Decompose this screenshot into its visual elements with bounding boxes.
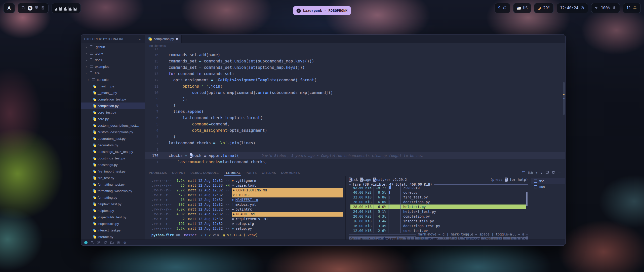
dua-help-hint: (press ? for help)	[490, 177, 528, 182]
gear-icon[interactable]: ⚙	[123, 241, 126, 245]
code-editor[interactable]: 17 """ 16 commands_set.add(name) 15	[145, 48, 565, 169]
python-file-icon	[148, 37, 152, 41]
circle-slash-icon[interactable]	[117, 241, 120, 244]
panel-tab[interactable]: PROBLEMS	[149, 170, 167, 176]
editor-scrollbar[interactable]	[563, 48, 565, 169]
tree-item[interactable]: __main__.py	[81, 89, 145, 96]
tree-item[interactable]: fire_test.py	[81, 175, 145, 181]
panel-tab[interactable]: COMMENTS	[281, 170, 300, 176]
breadcrumb[interactable]: no elements	[145, 43, 565, 48]
tree-item[interactable]: completion.py	[81, 103, 145, 109]
tree-item[interactable]: inspectutils_test.py	[81, 214, 145, 220]
dua-row[interactable]: 16.00 KiB 3.4% inspectutils.py	[350, 219, 526, 224]
panel-more-icon[interactable]: ···	[558, 171, 561, 175]
dua-frame: fire (38 visible, 47 total, 468.00 KiB) …	[349, 184, 528, 234]
tree-item[interactable]: .github	[81, 44, 145, 50]
tab-completion-py[interactable]: completion.py	[145, 35, 182, 43]
folder-icon	[90, 52, 93, 55]
dua-row[interactable]: 32.00 KiB 6.8% fire_test.py	[350, 195, 526, 200]
tree-item[interactable]: decorators.py	[81, 142, 145, 148]
dua-row[interactable]: 28.00 KiB 6.0% helptext.py	[350, 205, 526, 209]
tree-item[interactable]: custom_descriptions_test…	[81, 122, 145, 129]
audio-widget[interactable]: 100%	[591, 3, 620, 13]
sync-icon[interactable]	[104, 241, 107, 244]
tree-item[interactable]: formatting_windows.py	[81, 188, 145, 194]
split-terminal-icon[interactable]	[545, 171, 549, 175]
tree-item[interactable]: docstrings.py	[81, 161, 145, 168]
keyboard-layout-widget[interactable]: US	[513, 3, 531, 13]
terminal-session-item[interactable]: fish	[531, 178, 565, 184]
folder-icon	[90, 46, 93, 48]
notifications-widget[interactable]: 11	[623, 3, 641, 13]
system-monitor-widget[interactable]	[52, 3, 81, 13]
code-line: 15 commands_set = commands_set.union(set…	[145, 58, 565, 64]
tree-item-label: custom_descriptions_test…	[98, 124, 139, 127]
tree-item[interactable]: __init__.py	[81, 83, 145, 89]
code-line: 1 lastcommand_checks=lastcommand_checks,	[145, 159, 565, 165]
document-icon[interactable]	[41, 6, 45, 10]
tree-item[interactable]: interact.py	[81, 233, 145, 240]
modified-dot-icon[interactable]	[176, 38, 178, 40]
clock-widget[interactable]: 12:40:24	[557, 3, 588, 13]
tree-item[interactable]: helptext_test.py	[81, 201, 145, 207]
tree-item[interactable]: examples	[81, 63, 145, 70]
tree-item-label: docs	[95, 58, 102, 62]
dua-scrollbar[interactable]	[526, 192, 528, 206]
search-icon[interactable]	[91, 241, 94, 244]
panel-tab[interactable]: DEBUG CONSOLE	[190, 170, 219, 176]
git-branch-icon[interactable]	[97, 241, 101, 244]
more-actions-icon[interactable]: ···	[137, 37, 142, 41]
dua-row[interactable]: 20.00 KiB 4.3% completion.py	[350, 214, 526, 219]
file-name: setup.py	[235, 226, 252, 231]
tree-item[interactable]: interact_test.py	[81, 227, 145, 233]
dua-row[interactable]: 16.00 KiB 3.4% docstrings_test.py	[350, 224, 526, 228]
tree-item[interactable]: fire	[81, 70, 145, 76]
terminal-profile-label[interactable]: fish	[528, 171, 533, 175]
folder-icon[interactable]	[110, 241, 114, 244]
grid-icon[interactable]	[35, 6, 39, 10]
app-launcher-button[interactable]: A	[3, 3, 15, 13]
panel-tab[interactable]: OUTPUT	[172, 170, 185, 176]
tree-item[interactable]: console	[81, 76, 145, 83]
ghost-icon[interactable]	[21, 6, 25, 10]
tree-item[interactable]: docstrings_test.py	[81, 155, 145, 161]
tree-item[interactable]: core_test.py	[81, 109, 145, 116]
chevron-icon	[86, 71, 88, 75]
panel-tab[interactable]: GITLENS	[262, 170, 276, 176]
python-file-icon	[93, 189, 96, 193]
tree-item[interactable]: docstrings_fuzz_test.py	[81, 148, 145, 155]
panel-tab[interactable]: PORTS	[246, 170, 257, 176]
tab-label: completion.py	[154, 37, 174, 41]
tree-item[interactable]: decorators_test.py	[81, 135, 145, 142]
tree-item[interactable]: fire_import_test.py	[81, 168, 145, 175]
filetype-icon: ◆	[233, 212, 234, 217]
new-terminal-button[interactable]: +	[536, 171, 538, 175]
tree-item[interactable]: .venv	[81, 50, 145, 57]
dua-row[interactable]: 24.00 KiB 5.1% helptext_test.py	[350, 209, 526, 214]
tree-item[interactable]: core.py	[81, 116, 145, 122]
updates-widget[interactable]: 9	[495, 3, 510, 13]
now-playing-widget[interactable]: Lazerpunk - ROBOPHONK	[293, 6, 351, 15]
terminal-dua[interactable]: Disk Usage Analyzer v2.29.2 (press ? for…	[345, 176, 531, 240]
panel-tab[interactable]: TERMINAL	[224, 170, 241, 176]
status-more-icon[interactable]: ···	[129, 241, 133, 245]
tree-item[interactable]: completion_test.py	[81, 96, 145, 103]
terminal-session-item[interactable]: dua	[531, 184, 565, 190]
tree-item[interactable]: formatting.py	[81, 194, 145, 201]
profile-chevron-icon[interactable]: ∨	[540, 171, 543, 175]
code-line: 2 lastcommand_checks = '\n'.join(lines)	[145, 140, 565, 146]
dua-row[interactable]: 40.00 KiB 8.5% core.py	[350, 190, 526, 195]
dua-row[interactable]: 28.00 KiB 6.0% docstrings.py	[350, 200, 526, 205]
remote-indicator-icon[interactable]	[84, 241, 88, 244]
tree-item[interactable]: docs	[81, 57, 145, 63]
tree-item[interactable]: custom_descriptions.py	[81, 129, 145, 135]
python-file-icon	[93, 157, 96, 160]
terminal-fish[interactable]: .rw-r--r-- 1.2k matt 12 Aug 12:32 -- ◆ .…	[145, 176, 345, 240]
tree-item[interactable]: inspectutils.py	[81, 220, 145, 227]
terminal-icon	[534, 185, 537, 188]
tree-item[interactable]: formatting_test.py	[81, 181, 145, 188]
tree-item[interactable]: helptext.py	[81, 207, 145, 214]
weather-widget[interactable]: 29°	[534, 3, 553, 13]
workspace-n-badge[interactable]: N	[28, 6, 32, 11]
kill-terminal-icon[interactable]	[552, 171, 555, 175]
